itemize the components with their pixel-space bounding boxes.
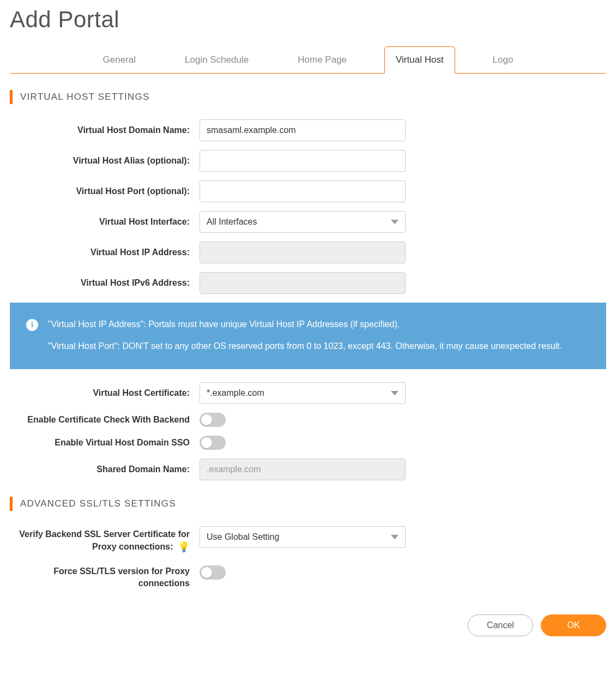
tab-logo[interactable]: Logo xyxy=(481,46,525,74)
toggle-knob xyxy=(201,437,212,448)
toggle-domain-sso[interactable] xyxy=(200,436,226,450)
section-accent-bar xyxy=(10,90,13,104)
label-verify-backend-ssl-text: Verify Backend SSL Server Certificate fo… xyxy=(19,529,190,551)
select-certificate-value: *.example.com xyxy=(207,388,264,398)
tab-login-schedule[interactable]: Login Schedule xyxy=(173,46,260,74)
ok-button[interactable]: OK xyxy=(541,614,606,636)
label-alias: Virtual Host Alias (optional): xyxy=(10,156,200,166)
select-verify-backend-ssl-value: Use Global Setting xyxy=(207,532,279,542)
info-icon: i xyxy=(26,319,38,331)
input-port[interactable] xyxy=(200,180,406,202)
label-verify-backend-ssl: Verify Backend SSL Server Certificate fo… xyxy=(10,526,200,555)
label-interface: Virtual Host Interface: xyxy=(10,217,200,227)
label-domain-name: Virtual Host Domain Name: xyxy=(10,125,200,135)
toggle-knob xyxy=(201,567,212,578)
select-interface-value: All Interfaces xyxy=(207,217,257,227)
section-title-vhost: VIRTUAL HOST SETTINGS xyxy=(20,92,149,103)
cancel-button[interactable]: Cancel xyxy=(468,614,533,636)
label-port: Virtual Host Port (optional): xyxy=(10,186,200,196)
label-ip: Virtual Host IP Address: xyxy=(10,248,200,257)
input-shared-domain xyxy=(200,459,406,480)
info-box: i "Virtual Host IP Address": Portals mus… xyxy=(10,303,606,369)
label-domain-sso: Enable Virtual Host Domain SSO xyxy=(10,438,200,448)
label-certificate: Virtual Host Certificate: xyxy=(10,388,200,398)
select-verify-backend-ssl[interactable]: Use Global Setting xyxy=(200,526,406,548)
tab-general[interactable]: General xyxy=(92,46,147,74)
page-title: Add Portal xyxy=(10,7,606,33)
section-title-ssl: ADVANCED SSL/TLS SETTINGS xyxy=(20,498,176,509)
chevron-down-icon xyxy=(391,220,398,224)
footer-buttons: Cancel OK xyxy=(10,614,606,636)
label-ipv6: Virtual Host IPv6 Address: xyxy=(10,278,200,288)
toggle-cert-check-backend[interactable] xyxy=(200,413,226,427)
info-line2: "Virtual Host Port": DON'T set to any ot… xyxy=(48,340,562,353)
section-header-vhost: VIRTUAL HOST SETTINGS xyxy=(10,90,606,104)
tab-virtual-host[interactable]: Virtual Host xyxy=(384,46,455,74)
tabs: General Login Schedule Home Page Virtual… xyxy=(10,46,606,74)
input-ipv6 xyxy=(200,272,406,294)
toggle-knob xyxy=(201,414,212,425)
chevron-down-icon xyxy=(391,391,398,395)
lightbulb-hint-icon[interactable]: 💡 xyxy=(178,540,190,554)
chevron-down-icon xyxy=(391,535,398,539)
label-cert-check-backend: Enable Certificate Check With Backend xyxy=(10,415,200,425)
toggle-force-ssl-version[interactable] xyxy=(200,565,226,580)
label-shared-domain: Shared Domain Name: xyxy=(10,465,200,474)
input-domain-name[interactable] xyxy=(200,119,406,141)
tab-home-page[interactable]: Home Page xyxy=(286,46,358,74)
label-force-ssl-version: Force SSL/TLS version for Proxy connecti… xyxy=(10,563,200,590)
info-line1: "Virtual Host IP Address": Portals must … xyxy=(48,318,562,331)
input-alias[interactable] xyxy=(200,150,406,172)
select-certificate[interactable]: *.example.com xyxy=(200,382,406,404)
select-interface[interactable]: All Interfaces xyxy=(200,211,406,233)
section-header-ssl: ADVANCED SSL/TLS SETTINGS xyxy=(10,497,606,511)
section-accent-bar xyxy=(10,497,13,511)
input-ip xyxy=(200,242,406,263)
